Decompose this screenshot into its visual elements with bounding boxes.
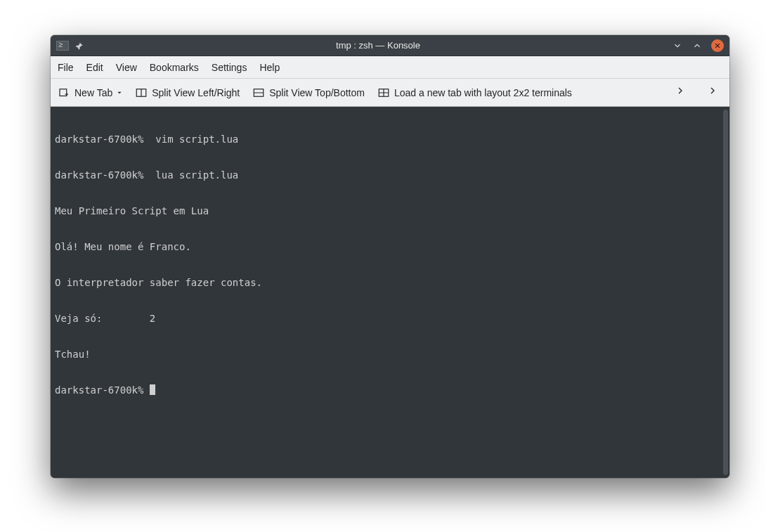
terminal-line: darkstar-6700k% lua script.lua bbox=[55, 169, 725, 181]
terminal-icon bbox=[56, 41, 69, 51]
minimize-button[interactable] bbox=[672, 40, 683, 51]
pin-icon[interactable] bbox=[74, 41, 84, 51]
toolbar-chevron-right-2[interactable] bbox=[703, 85, 722, 100]
menu-settings[interactable]: Settings bbox=[212, 62, 247, 73]
menu-view[interactable]: View bbox=[116, 62, 137, 73]
maximize-button[interactable] bbox=[692, 40, 703, 51]
cursor-icon bbox=[150, 384, 155, 395]
toolbar-chevron-right-1[interactable] bbox=[670, 85, 690, 100]
split-view-lr-button[interactable]: Split View Left/Right bbox=[135, 86, 240, 99]
split-lr-label: Split View Left/Right bbox=[152, 87, 240, 98]
scrollbar[interactable] bbox=[723, 110, 728, 475]
menubar: File Edit View Bookmarks Settings Help bbox=[51, 56, 729, 79]
split-view-tb-button[interactable]: Split View Top/Bottom bbox=[252, 86, 365, 99]
window-title: tmp : zsh — Konsole bbox=[84, 40, 672, 51]
load-layout-label: Load a new tab with layout 2x2 terminals bbox=[394, 87, 572, 98]
menu-edit[interactable]: Edit bbox=[86, 62, 103, 73]
grid-icon bbox=[377, 86, 390, 99]
konsole-window: tmp : zsh — Konsole File Edit View Bookm… bbox=[51, 35, 729, 478]
svg-rect-0 bbox=[60, 89, 67, 96]
terminal-line: darkstar-6700k% vim script.lua bbox=[55, 134, 725, 145]
split-tb-label: Split View Top/Bottom bbox=[269, 87, 365, 98]
menu-file[interactable]: File bbox=[58, 62, 74, 73]
split-tb-icon bbox=[252, 86, 265, 99]
split-lr-icon bbox=[135, 86, 148, 99]
menu-help[interactable]: Help bbox=[259, 62, 280, 73]
titlebar[interactable]: tmp : zsh — Konsole bbox=[51, 35, 729, 56]
new-tab-label: New Tab bbox=[74, 87, 112, 98]
load-layout-button[interactable]: Load a new tab with layout 2x2 terminals bbox=[377, 86, 572, 99]
menu-bookmarks[interactable]: Bookmarks bbox=[150, 62, 199, 73]
terminal-prompt-line: darkstar-6700k% bbox=[55, 384, 725, 396]
terminal-area[interactable]: darkstar-6700k% vim script.lua darkstar-… bbox=[51, 107, 729, 478]
new-tab-button[interactable]: New Tab bbox=[58, 86, 122, 99]
new-tab-icon bbox=[58, 86, 70, 99]
terminal-line: O interpretador saber fazer contas. bbox=[55, 277, 725, 289]
close-button[interactable] bbox=[711, 39, 724, 52]
terminal-prompt: darkstar-6700k% bbox=[55, 384, 150, 396]
terminal-line: Olá! Meu nome é Franco. bbox=[55, 241, 725, 253]
terminal-line: Veja só: 2 bbox=[55, 313, 725, 325]
terminal-line: Tchau! bbox=[55, 349, 725, 361]
dropdown-icon bbox=[117, 90, 122, 96]
toolbar: New Tab Split View Left/Right Split View… bbox=[51, 79, 729, 107]
terminal-line: Meu Primeiro Script em Lua bbox=[55, 205, 725, 217]
